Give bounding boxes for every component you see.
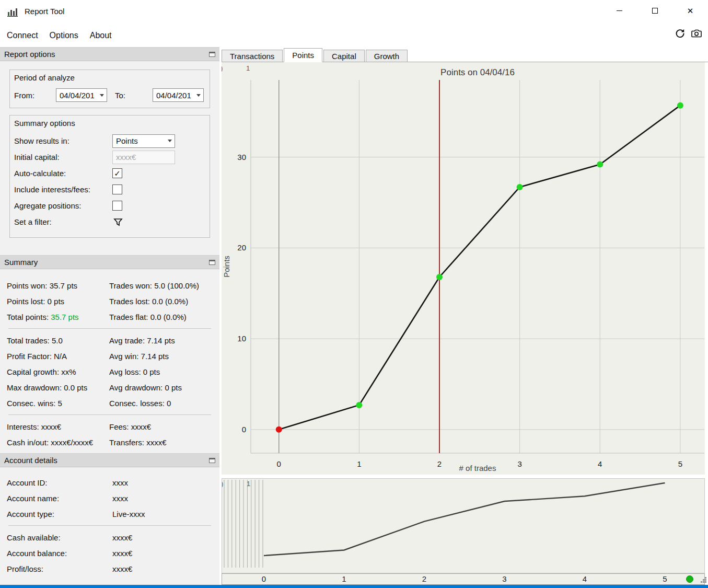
float-panel-button[interactable]	[209, 458, 215, 463]
account-field-value: xxxx€	[112, 564, 132, 573]
chart-text: 1	[247, 480, 250, 488]
summary-options-title: Summary options	[14, 119, 205, 128]
summary-cell-right: Fees: xxxx€	[109, 422, 213, 431]
navigator-axis[interactable]: 012345	[222, 573, 705, 585]
agregate-positions-label: Agregate positions:	[14, 201, 112, 210]
navigator-line	[264, 483, 665, 556]
account-field-label: Account balance:	[7, 549, 112, 558]
summary-cell-right: Consec. losses: 0	[109, 399, 213, 408]
tab-transactions[interactable]: Transactions	[222, 50, 283, 62]
resize-grip[interactable]	[699, 575, 707, 584]
chart-text: 4	[598, 459, 602, 468]
summary-row: Total trades: 5.0Avg trade: 7.14 pts	[7, 332, 213, 348]
window-accent-border	[0, 585, 708, 588]
summary-cell-right: Avg trade: 7.14 pts	[109, 336, 213, 345]
refresh-icon[interactable]	[675, 28, 685, 38]
summary-cell-right: Transfers: xxxx€	[109, 438, 213, 447]
summary-cell-left: Total trades: 5.0	[7, 336, 109, 345]
data-point	[276, 426, 282, 433]
report-options-header: Report options	[0, 47, 219, 61]
data-point	[436, 274, 443, 280]
close-icon: ✕	[687, 7, 694, 15]
account-field-value: Live-xxxx	[112, 510, 145, 518]
chevron-down-icon	[196, 94, 201, 97]
chart-text: Points	[222, 256, 231, 278]
summary-row: Total points: 35.7 ptsTrades flat: 0.0 (…	[7, 309, 213, 325]
from-date-value: 04/04/201	[60, 91, 95, 100]
to-date-select[interactable]: 04/04/201	[153, 88, 204, 102]
chart-text: Points on 04/04/16	[440, 67, 515, 77]
account-field-value: xxxx	[112, 478, 128, 487]
tab-points[interactable]: Points	[284, 48, 322, 62]
navigator-chart[interactable]: )1	[222, 478, 705, 573]
account-field-label: Profit/loss:	[7, 564, 112, 573]
show-results-label: Show results in:	[14, 136, 112, 145]
float-panel-button[interactable]	[209, 260, 215, 265]
app-icon	[7, 6, 18, 17]
summary-row: Capital growth: xx%Avg loss: 0 pts	[7, 364, 213, 379]
right-panel: Transactions Points Capital Growth 01020…	[219, 47, 708, 585]
navigator-axis-tick: 3	[500, 574, 509, 583]
report-options-title: Report options	[4, 50, 55, 59]
to-label: To:	[115, 91, 153, 100]
summary-cell-left: Cash in/out: xxxx€/xxxx€	[7, 438, 109, 447]
summary-cell-right: Avg win: 7.14 pts	[109, 352, 213, 361]
show-results-select[interactable]: Points	[112, 134, 175, 148]
filter-icon[interactable]	[113, 218, 123, 226]
chart-text: 20	[237, 243, 246, 252]
tab-label: Growth	[374, 52, 399, 61]
menu-bar: Connect Options About	[0, 24, 708, 47]
summary-cell-left: Consec. wins: 5	[7, 399, 109, 408]
close-button[interactable]: ✕	[672, 0, 708, 21]
float-panel-button[interactable]	[209, 52, 215, 57]
tab-label: Capital	[332, 52, 356, 61]
account-field-label: Account type:	[7, 510, 112, 518]
summary-cell-left: Max drawdown: 0.0 pts	[7, 383, 109, 392]
report-options-body: Period of analyze From: 04/04/201 To: 04…	[0, 70, 219, 255]
summary-header: Summary	[0, 255, 219, 269]
account-field-value: xxxx€	[112, 533, 132, 542]
navigator-axis-tick: 5	[660, 574, 670, 583]
agregate-positions-checkbox[interactable]	[112, 201, 122, 211]
chart-text: 3	[517, 459, 521, 468]
navigator-axis-tick: 4	[580, 574, 589, 583]
summary-cell-left: Capital growth: xx%	[7, 367, 109, 376]
chart-text: 1	[357, 459, 361, 468]
summary-row: Cash in/out: xxxx€/xxxx€Transfers: xxxx€	[7, 434, 213, 450]
tab-label: Points	[292, 51, 314, 60]
menu-options[interactable]: Options	[44, 28, 84, 43]
chart-text: 0	[242, 425, 246, 434]
data-point	[517, 184, 523, 190]
maximize-button[interactable]	[637, 0, 672, 21]
camera-icon[interactable]	[691, 29, 702, 38]
minimize-button[interactable]	[601, 0, 637, 21]
from-date-select[interactable]: 04/04/201	[56, 88, 107, 102]
divider	[8, 328, 211, 329]
menu-about[interactable]: About	[84, 28, 118, 43]
summary-cell-left: Points lost: 0 pts	[7, 297, 109, 306]
account-field-value: xxxx€	[112, 549, 132, 558]
tab-growth[interactable]: Growth	[366, 50, 408, 62]
points-chart[interactable]: 0102030012345Points on 04/04/16# of trad…	[222, 62, 705, 475]
chevron-down-icon	[168, 140, 172, 142]
summary-cell-left: Total points: 35.7 pts	[7, 313, 109, 321]
period-title: Period of analyze	[14, 73, 205, 82]
menu-connect[interactable]: Connect	[1, 28, 44, 43]
chart-text: 30	[237, 153, 246, 162]
tab-capital[interactable]: Capital	[323, 50, 365, 62]
navigator-axis-tick: 2	[420, 574, 429, 583]
title-bar: Report Tool ✕	[0, 0, 708, 24]
account-details-header: Account details	[0, 453, 219, 467]
data-point	[597, 162, 603, 168]
account-row: Cash available:xxxx€	[7, 529, 213, 545]
summary-row: Consec. wins: 5Consec. losses: 0	[7, 395, 213, 411]
account-details-title: Account details	[4, 456, 57, 465]
period-groupbox: Period of analyze From: 04/04/201 To: 04…	[9, 70, 210, 108]
summary-cell-right: Avg loss: 0 pts	[109, 367, 213, 376]
series-line	[279, 106, 680, 430]
auto-calculate-checkbox[interactable]: ✓	[112, 168, 122, 178]
summary-cell-right: Trades lost: 0.0 (0.0%)	[109, 297, 213, 306]
navigator-axis-tick: 1	[340, 574, 349, 583]
include-interests-checkbox[interactable]	[112, 185, 122, 194]
connection-status-dot	[686, 575, 693, 583]
